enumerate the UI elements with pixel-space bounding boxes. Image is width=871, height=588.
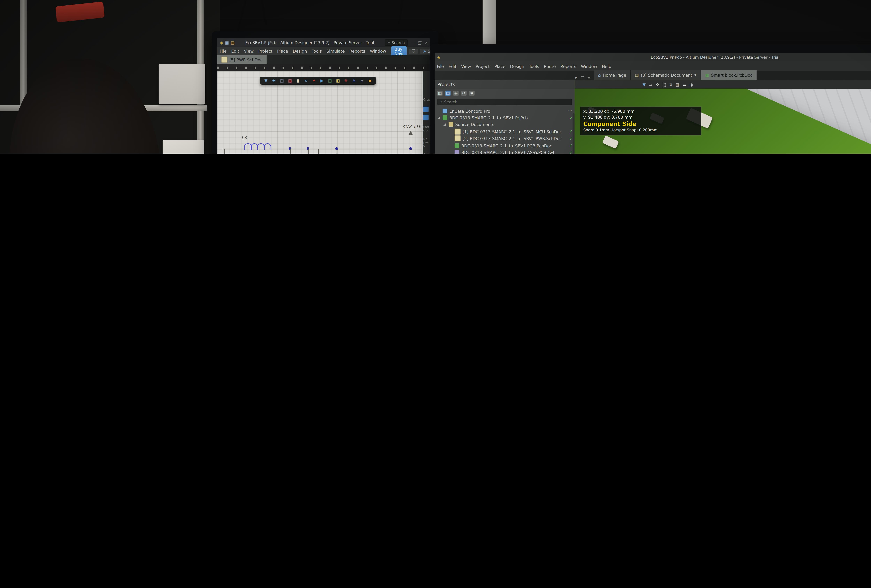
check-icon: ✓ [569, 136, 573, 141]
projects-panel-header: Projects [435, 80, 575, 89]
tree-item-label: BDC-0313-SMARC_2.1_to_SBV1 ASSY.PCBDwf [461, 150, 567, 154]
filter-icon[interactable]: ▼ [643, 82, 646, 87]
tree-item-label: EnCata Concord Pro [449, 109, 565, 113]
sliver-part-choices: Part Cho [423, 125, 430, 132]
proj-icon [443, 115, 447, 120]
projects-search[interactable]: ⌕ [437, 99, 572, 105]
menu-design[interactable]: Design [507, 64, 527, 68]
hud-snap: Snap: 0.1mm Hotspot Snap: 0.203mm [583, 127, 698, 133]
projects-search-input[interactable] [444, 100, 484, 104]
tree-item[interactable]: ◢BDC-0313-SMARC_2.1_to_SBV1.PrjPcb✓ [435, 114, 575, 121]
hud-y: y: 91,400 dy: 8,700 mm [583, 115, 698, 121]
photo-of-dual-monitor-workstation: ◈ ▣ ▤ EcoSBV1.PrjPcb - Altium Designer (… [0, 0, 871, 154]
doc-tab--8-schematic-document[interactable]: ▤(8) Schematic Document ▼ [631, 70, 701, 80]
storage-box [163, 140, 204, 154]
view-icon[interactable]: ◎ [690, 82, 693, 87]
pcb-component [602, 136, 619, 149]
doc-tab-icon: ▦ [705, 73, 709, 77]
dwf-icon [455, 150, 459, 154]
compile-icon[interactable]: ▦ [437, 91, 443, 96]
expand-icon[interactable]: ◢ [437, 116, 440, 119]
open-project-icon[interactable]: ▤ [445, 91, 450, 96]
left-monitor-screen: ◈ ▣ ▤ EcoSBV1.PrjPcb - Altium Designer (… [217, 38, 430, 154]
select-rect-icon[interactable]: ⬚ [662, 82, 666, 87]
more-icon[interactable]: ••• [567, 109, 572, 112]
toolbar-icon[interactable]: ◆ [367, 78, 373, 84]
layers-icon[interactable]: ≡ [683, 82, 686, 87]
toolbar-icon[interactable]: ◳ [327, 78, 333, 84]
component-icon[interactable]: ▦ [676, 82, 679, 87]
toolbar-icon[interactable]: ⌂ [359, 78, 365, 84]
doc-tab-icon: ▤ [635, 73, 639, 77]
toolbar-icon[interactable]: ▦ [287, 78, 293, 84]
tree-item[interactable]: [1] BDC-0313-SMARC_2.1_to_SBV1 MCU.SchDo… [435, 128, 575, 135]
storage-box [159, 64, 205, 104]
scrollbar[interactable] [573, 114, 575, 154]
check-icon: ✓ [569, 130, 573, 133]
crosshair-icon[interactable]: ✛ [656, 82, 659, 87]
altium-logo-icon: ◈ [437, 55, 440, 59]
dropdown-icon[interactable]: ▾ [575, 75, 576, 80]
viewport-toolbar: ▼ ⊃ ✛ ⬚ ⧉ ▦ ≡ ◎ [575, 80, 871, 89]
menu-window[interactable]: Window [579, 64, 599, 68]
toolbar-icon[interactable]: ✚ [271, 78, 277, 84]
tree-item[interactable]: EnCata Concord Pro••• [435, 107, 575, 114]
measure-icon[interactable]: ⧉ [669, 82, 672, 87]
tree-item[interactable]: BDC-0313-SMARC_2.1_to_SBV1 ASSY.PCBDwf✓ [435, 149, 575, 154]
sliver-no-part: No part c [423, 137, 430, 147]
panel-header-buttons: ▾⊤× [575, 75, 590, 80]
magnet-icon[interactable]: ⊃ [649, 82, 653, 87]
wire [318, 148, 319, 154]
add-folder-icon[interactable]: ✚ [453, 91, 459, 96]
toolbar-icon[interactable]: ✦ [311, 78, 317, 84]
toolbar-icon[interactable]: ▶ [319, 78, 325, 84]
check-icon: ✓ [569, 116, 573, 120]
net-4v2-lte: 4V2_LTE [403, 124, 421, 129]
window-title: EcoSBV1.PrjPcb - Altium Designer (23.9.2… [440, 55, 871, 59]
wire [411, 135, 412, 147]
menu-project[interactable]: Project [473, 64, 492, 68]
wire [223, 148, 244, 150]
folder-icon [449, 122, 453, 127]
sliver-icon[interactable] [423, 106, 429, 112]
close-icon[interactable]: × [425, 40, 428, 45]
schematic-canvas: L32.2μHDA2TPS63000DRCR4L15VIN8VINA6EN7PS… [217, 38, 423, 154]
check-icon: ✓ [569, 150, 573, 154]
doc-tab-smart-block-pcbdoc[interactable]: ▦Smart block.PcbDoc [701, 70, 757, 80]
projects-panel: Projects ▦ ▤ ✚ ⟳ ✱ ⌕ EnCata Concord Pro•… [435, 80, 575, 154]
sliver-add[interactable]: Add [423, 153, 430, 154]
toolbar-icon[interactable]: ▼ [263, 78, 269, 84]
expand-icon[interactable]: ◢ [443, 123, 447, 126]
pcb-3d-viewport[interactable]: C50R12R21L24 ▼ ⊃ ✛ ⬚ ⧉ ▦ ≡ ◎ x: 83,200 d… [575, 80, 871, 154]
doc-tab-home-page[interactable]: ⌂Home Page [594, 70, 631, 80]
pin-icon[interactable]: ⊤ [580, 75, 584, 80]
sync-icon[interactable]: ⟳ [461, 91, 467, 96]
hud-x: x: 83,200 dx: -6,900 mm [583, 109, 698, 115]
toolbar-icon[interactable]: ⬚ [279, 78, 284, 84]
close-icon[interactable]: × [587, 75, 590, 80]
toolbar-icon[interactable]: A [352, 78, 357, 84]
menu-edit[interactable]: Edit [446, 64, 459, 68]
menu-file[interactable]: File [435, 64, 446, 68]
settings-icon[interactable]: ✱ [469, 91, 475, 96]
doc-tabs: ⌂Home Page▤(8) Schematic Document ▼▦Smar… [594, 71, 757, 80]
menu-reports[interactable]: Reports [558, 64, 579, 68]
tree-item[interactable]: [2] BDC-0313-SMARC_2.1_to_SBV1 PWR.SchDo… [435, 135, 575, 142]
menu-place[interactable]: Place [492, 64, 508, 68]
menu-view[interactable]: View [459, 64, 473, 68]
share-icon: ➤ [423, 49, 427, 53]
menu-items: FileEditViewProjectPlaceDesignToolsRoute… [435, 64, 614, 68]
tree-item[interactable]: ◢Source Documents [435, 121, 575, 128]
menu-help[interactable]: Help [600, 64, 614, 68]
tree-item-label: [1] BDC-0313-SMARC_2.1_to_SBV1 MCU.SchDo… [463, 129, 567, 134]
tree-item-label: [2] BDC-0313-SMARC_2.1_to_SBV1 PWR.SchDo… [463, 136, 567, 141]
menu-route[interactable]: Route [542, 64, 558, 68]
wire [308, 148, 309, 154]
tree-item[interactable]: BDC-0313-SMARC_2.1_to_SBV1 PCB.PcbDoc✓ [435, 142, 575, 149]
toolbar-icon[interactable]: ≋ [303, 78, 309, 84]
menu-tools[interactable]: Tools [527, 64, 542, 68]
sliver-icon[interactable] [423, 115, 429, 120]
toolbar-icon[interactable]: ▮ [295, 78, 301, 84]
toolbar-icon[interactable]: ◧ [335, 78, 341, 84]
toolbar-icon[interactable]: ✺ [343, 78, 349, 84]
